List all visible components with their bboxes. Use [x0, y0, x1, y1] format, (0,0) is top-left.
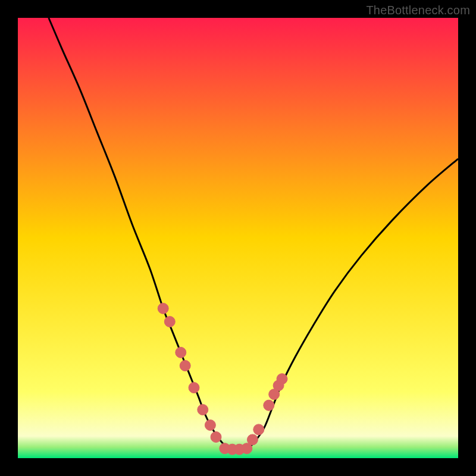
marker-dot — [180, 361, 190, 371]
chart-stage: TheBottleneck.com — [0, 0, 476, 476]
bottleneck-plot — [0, 0, 476, 476]
marker-dot — [158, 303, 168, 314]
marker-dot — [176, 347, 186, 358]
marker-dot — [253, 424, 264, 435]
marker-dot — [189, 383, 199, 393]
marker-dot — [277, 374, 287, 384]
marker-dot — [198, 405, 208, 415]
plot-background — [18, 18, 458, 458]
marker-dot — [247, 434, 258, 445]
watermark-text: TheBottleneck.com — [366, 4, 470, 17]
marker-dot — [164, 317, 175, 327]
marker-dot — [211, 431, 221, 442]
marker-dot — [205, 420, 215, 431]
marker-dot — [264, 400, 274, 411]
